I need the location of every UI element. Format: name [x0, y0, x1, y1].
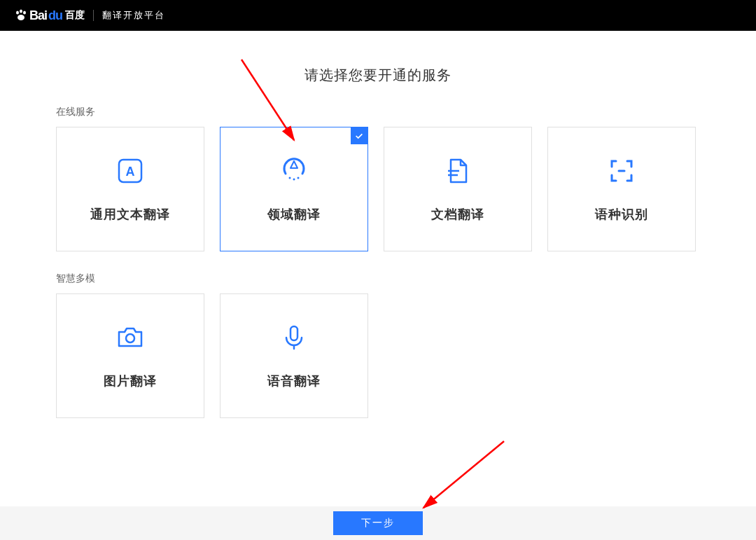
baidu-logo[interactable]: Bai du 百度 — [14, 8, 85, 23]
platform-name: 翻译开放平台 — [102, 9, 165, 22]
microphone-icon — [279, 322, 309, 353]
svg-text:A: A — [126, 165, 135, 179]
page-title: 请选择您要开通的服务 — [56, 66, 700, 85]
svg-point-6 — [289, 177, 291, 179]
camera-icon — [115, 322, 146, 353]
domain-circle-icon — [279, 155, 309, 186]
next-button[interactable]: 下一步 — [333, 511, 423, 535]
svg-point-7 — [293, 179, 295, 181]
card-title: 语音翻译 — [267, 373, 321, 389]
section-label-online: 在线服务 — [56, 106, 700, 118]
logo-text-bai: Bai — [29, 8, 47, 23]
card-domain-translation[interactable]: 领域翻译 — [220, 127, 368, 251]
card-title: 文档翻译 — [431, 206, 484, 223]
svg-rect-13 — [290, 326, 298, 340]
top-header: Bai du 百度 翻译开放平台 — [0, 0, 756, 31]
card-title: 通用文本翻译 — [90, 206, 170, 223]
svg-point-1 — [20, 10, 22, 13]
svg-point-3 — [18, 15, 24, 20]
document-icon — [442, 155, 473, 186]
text-a-icon: A — [115, 155, 146, 186]
card-title: 图片翻译 — [104, 373, 157, 389]
multimodal-services-grid: 图片翻译 语音翻译 — [56, 293, 700, 418]
detect-brackets-icon — [606, 155, 637, 186]
svg-point-0 — [16, 11, 19, 15]
main-content: 请选择您要开通的服务 在线服务 A 通用文本翻译 — [0, 31, 756, 418]
online-services-grid: A 通用文本翻译 领域翻译 — [56, 127, 700, 251]
footer-bar: 下一步 — [0, 506, 756, 540]
header-divider — [93, 10, 94, 21]
paw-icon — [14, 8, 28, 22]
svg-line-16 — [424, 441, 504, 508]
check-corner — [351, 127, 368, 144]
logo-cn: 百度 — [65, 9, 85, 22]
checkmark-icon — [354, 131, 364, 141]
svg-point-8 — [298, 177, 300, 179]
logo-text-du: du — [48, 8, 62, 23]
section-label-multimodal: 智慧多模 — [56, 272, 700, 285]
card-general-text-translation[interactable]: A 通用文本翻译 — [56, 127, 204, 251]
card-document-translation[interactable]: 文档翻译 — [384, 127, 532, 251]
card-language-detection[interactable]: 语种识别 — [547, 127, 696, 251]
annotation-arrow-2 — [413, 434, 511, 518]
card-image-translation[interactable]: 图片翻译 — [56, 293, 204, 418]
card-title: 语种识别 — [595, 206, 648, 223]
svg-point-2 — [23, 11, 26, 15]
card-voice-translation[interactable]: 语音翻译 — [220, 293, 368, 418]
svg-point-12 — [126, 334, 134, 342]
card-title: 领域翻译 — [267, 206, 321, 223]
